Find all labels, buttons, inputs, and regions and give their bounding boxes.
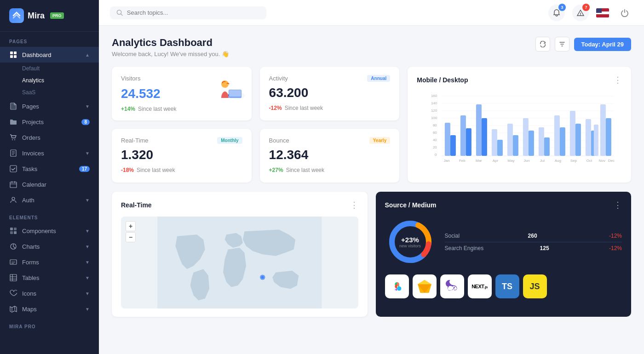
sidebar-item-components[interactable]: Components ▼ (0, 223, 99, 239)
svg-rect-67 (606, 118, 611, 156)
svg-rect-16 (10, 274, 17, 281)
svg-rect-60 (560, 127, 565, 156)
svg-rect-53 (507, 124, 513, 156)
refresh-button[interactable] (535, 37, 550, 51)
logo-badge: PRO (50, 12, 64, 19)
stats-left-col: Visitors 24.532 +14% Since last week (112, 67, 252, 183)
source-content: +23% new visitors Social 260 -12% Search… (385, 217, 622, 267)
svg-rect-8 (10, 182, 17, 188)
realtime-badge: Monthly (217, 137, 242, 144)
svg-point-4 (12, 139, 13, 140)
today-button[interactable]: Today: April 29 (574, 38, 631, 51)
sidebar-item-label-dashboard: Dashboard (22, 51, 80, 58)
sidebar-sub-saas[interactable]: SaaS (22, 86, 99, 98)
sidebar-sub-dashboard: Default Analytics SaaS (0, 63, 99, 98)
file-icon (9, 102, 17, 110)
map-icon (9, 305, 17, 313)
svg-text:20: 20 (433, 145, 437, 149)
sidebar-item-orders[interactable]: Orders (0, 130, 99, 145)
svg-rect-52 (497, 140, 503, 156)
chart-menu-button[interactable]: ⋮ (614, 75, 622, 85)
search-input[interactable] (127, 9, 260, 16)
power-button[interactable] (616, 5, 633, 21)
sidebar-item-pages[interactable]: Pages ▼ (0, 98, 99, 114)
bounce-value: 12.364 (269, 148, 391, 162)
svg-text:Feb: Feb (459, 159, 466, 163)
realtime-value: 1.320 (121, 148, 242, 162)
language-flag[interactable] (596, 8, 609, 17)
section-label-pages: PAGES (0, 32, 99, 47)
cart-icon (9, 133, 17, 142)
sidebar-item-projects[interactable]: Projects 8 (0, 114, 99, 130)
svg-text:120: 120 (431, 108, 437, 113)
svg-point-5 (14, 139, 15, 140)
sidebar-logo: Mira PRO (0, 0, 99, 32)
sidebar-item-forms[interactable]: Forms ▼ (0, 254, 99, 270)
sidebar-item-dashboard[interactable]: Dashboard ▲ (0, 47, 99, 63)
sidebar-item-invoices[interactable]: Invoices ▼ (0, 145, 99, 161)
source-medium-card: Source / Medium ⋮ (376, 192, 632, 317)
sidebar-item-label-orders: Orders (22, 134, 90, 141)
visitors-change-desc: Since last week (138, 106, 176, 112)
sidebar-item-label-components: Components (22, 228, 80, 234)
source-list: Social 260 -12% Search Engines 125 -12% (445, 230, 622, 254)
svg-point-82 (261, 276, 264, 279)
sidebar-item-tables[interactable]: Tables ▼ (0, 270, 99, 285)
svg-rect-49 (476, 104, 482, 156)
svg-rect-10 (10, 228, 13, 230)
svg-rect-48 (466, 128, 472, 156)
map-zoom-out[interactable]: − (126, 232, 136, 242)
sidebar-item-calendar[interactable]: Calendar (0, 177, 99, 192)
source-menu-button[interactable]: ⋮ (614, 200, 622, 210)
sidebar-item-charts[interactable]: Charts ▼ (0, 239, 99, 254)
map-title: Real-Time (121, 201, 350, 209)
donut-chart: +23% new visitors (385, 217, 436, 267)
chevron-up-icon: ▲ (85, 52, 90, 57)
check-icon (9, 165, 17, 173)
sidebar-sub-analytics[interactable]: Analytics (22, 74, 99, 86)
visitors-card: Visitors 24.532 +14% Since last week (112, 67, 252, 120)
svg-text:80: 80 (433, 123, 437, 127)
map-controls: + − (126, 221, 136, 242)
bounce-badge: Yearly (369, 137, 390, 144)
projects-badge: 8 (81, 119, 90, 125)
components-icon (9, 227, 17, 235)
map-menu-button[interactable]: ⋮ (350, 200, 358, 210)
chevron-down-icon-pages: ▼ (85, 104, 90, 109)
page-title-wrap: Analytics Dashboard Welcome back, Lucy! … (112, 37, 535, 57)
svg-text:Jun: Jun (524, 159, 530, 163)
sidebar-sub-default[interactable]: Default (22, 63, 99, 74)
sidebar-item-maps[interactable]: Maps ▼ (0, 301, 99, 317)
visitors-illustration (211, 70, 248, 107)
sidebar-item-label-projects: Projects (22, 119, 77, 126)
sidebar-item-tasks[interactable]: Tasks 17 (0, 161, 99, 177)
alerts-count: 7 (582, 4, 590, 11)
tasks-badge: 17 (79, 166, 90, 172)
source-row-search: Search Engines 125 -12% (445, 242, 622, 254)
svg-rect-24 (229, 90, 241, 97)
svg-rect-11 (14, 228, 17, 230)
svg-rect-21 (596, 8, 602, 13)
svg-text:Aug: Aug (555, 159, 561, 163)
svg-rect-51 (492, 129, 497, 156)
page-subtitle: Welcome back, Lucy! We've missed you. 👋 (112, 51, 535, 57)
sidebar-item-label-auth: Auth (22, 197, 80, 204)
realtime-card: Real-Time Monthly 1.320 -18% Since last … (112, 129, 252, 183)
search-wrap[interactable] (110, 6, 266, 19)
svg-text:0: 0 (435, 153, 437, 157)
sidebar-item-icons[interactable]: Icons ▼ (0, 285, 99, 301)
sidebar-item-auth[interactable]: Auth ▼ (0, 192, 99, 208)
alerts-button[interactable]: 7 (572, 5, 589, 21)
page-title: Analytics Dashboard (112, 37, 535, 49)
main-area: 3 7 Analytics Dashboard Welcome back, Lu… (99, 0, 644, 354)
map-zoom-in[interactable]: + (126, 221, 136, 231)
sidebar-item-label-calendar: Calendar (22, 181, 90, 188)
svg-text:Nov: Nov (599, 159, 605, 163)
table-icon (9, 274, 17, 282)
svg-rect-3 (14, 55, 17, 58)
source-name-social: Social (445, 233, 460, 239)
section-label-mira-pro: MIRA PRO (0, 317, 99, 332)
filter-button[interactable] (555, 37, 569, 51)
sidebar-item-label-maps: Maps (22, 306, 80, 313)
notifications-button[interactable]: 3 (548, 5, 565, 21)
